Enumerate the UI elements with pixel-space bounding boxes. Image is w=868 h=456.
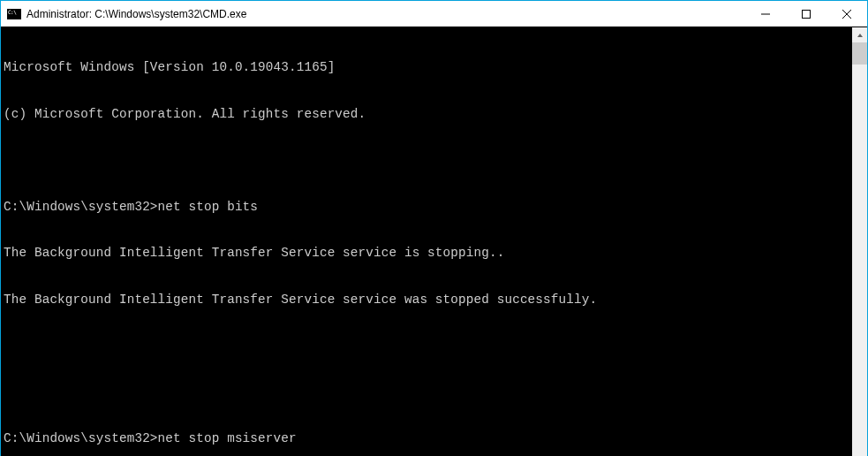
svg-marker-4 bbox=[857, 34, 863, 37]
cmd-icon bbox=[7, 9, 21, 19]
cmd-window: Administrator: C:\Windows\system32\CMD.e… bbox=[1, 1, 867, 455]
scroll-thumb[interactable] bbox=[852, 42, 867, 65]
terminal-line bbox=[4, 385, 852, 401]
terminal-line: The Background Intelligent Transfer Serv… bbox=[4, 246, 852, 262]
maximize-button[interactable] bbox=[786, 1, 826, 27]
close-button[interactable] bbox=[826, 1, 867, 27]
close-icon bbox=[842, 10, 851, 19]
titlebar[interactable]: Administrator: C:\Windows\system32\CMD.e… bbox=[1, 1, 867, 27]
svg-rect-1 bbox=[803, 10, 811, 18]
terminal-line bbox=[4, 153, 852, 169]
minimize-icon bbox=[761, 10, 770, 19]
terminal-line bbox=[4, 338, 852, 354]
terminal-line: (c) Microsoft Corporation. All rights re… bbox=[4, 107, 852, 123]
window-title: Administrator: C:\Windows\system32\CMD.e… bbox=[26, 1, 745, 27]
scrollbar[interactable] bbox=[852, 27, 867, 456]
terminal-container: Microsoft Windows [Version 10.0.19043.11… bbox=[1, 27, 867, 456]
terminal-line: C:\Windows\system32>net stop msiserver bbox=[4, 431, 852, 447]
chevron-up-icon bbox=[857, 32, 864, 39]
scroll-track[interactable] bbox=[852, 42, 867, 456]
minimize-button[interactable] bbox=[745, 1, 786, 27]
terminal-line: Microsoft Windows [Version 10.0.19043.11… bbox=[4, 60, 852, 76]
scroll-up-button[interactable] bbox=[852, 27, 867, 42]
terminal[interactable]: Microsoft Windows [Version 10.0.19043.11… bbox=[1, 27, 852, 456]
terminal-line: The Background Intelligent Transfer Serv… bbox=[4, 293, 852, 308]
maximize-icon bbox=[802, 10, 811, 19]
titlebar-buttons bbox=[745, 1, 867, 27]
terminal-line: C:\Windows\system32>net stop bits bbox=[4, 200, 852, 216]
